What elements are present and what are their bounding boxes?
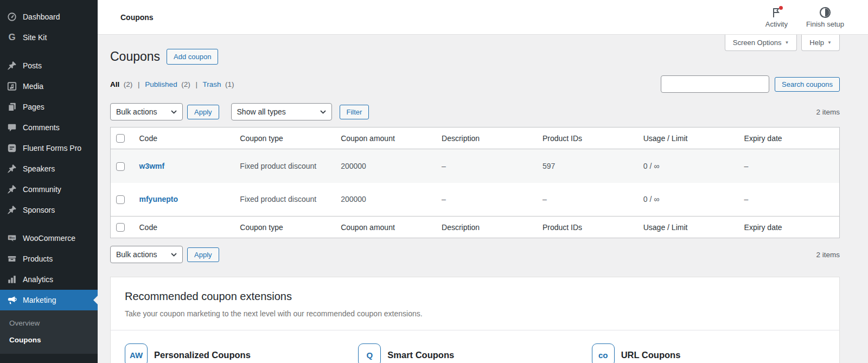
view-link-published[interactable]: Published [145,80,177,88]
sidebar-item-woocommerce[interactable]: Woo WooCommerce [0,228,98,249]
help-tab[interactable]: Help ▼ [801,35,840,51]
sidebar-item-fluent-forms-pro[interactable]: Fluent Forms Pro [0,138,98,158]
sidebar-item-pages[interactable]: Pages [0,97,98,117]
pin-icon [7,163,17,174]
main-area: Coupons Activity Finish setup [98,0,868,363]
pin-icon [7,60,17,71]
column-header-usage-limit: Usage / Limit [638,216,739,238]
add-coupon-button[interactable]: Add coupon [167,49,218,65]
search-coupons-button[interactable]: Search coupons [775,77,840,92]
submenu-item-overview[interactable]: Overview [0,315,98,332]
panel-subtitle: Take your coupon marketing to the next l… [125,309,825,318]
column-header-description: Description [436,128,537,149]
column-header-code: Code [134,128,235,149]
chevron-down-icon [171,253,177,257]
column-header-type: Coupon type [234,128,335,149]
sidebar-item-label: Site Kit [23,33,47,42]
sidebar-item-marketing[interactable]: Marketing [0,290,98,310]
sidebar-item-site-kit[interactable]: G Site Kit [0,27,98,48]
dashboard-icon [7,11,17,22]
apply-button[interactable]: Apply [187,105,219,119]
chevron-down-icon [171,110,177,114]
coupon-type-select[interactable]: Show all types [231,103,332,120]
page-content: Coupons Add coupon All (2) | Published (… [98,35,868,363]
items-count: 2 items [816,108,840,116]
submenu-item-coupons[interactable]: Coupons [0,332,98,348]
select-all-checkbox[interactable] [116,223,125,232]
view-link-all[interactable]: All [110,80,119,88]
sidebar-item-sponsors[interactable]: Sponsors [0,200,98,220]
sidebar-item-label: Fluent Forms Pro [23,144,81,152]
items-count: 2 items [816,251,840,259]
column-header-type: Coupon type [234,216,335,238]
sidebar-item-community[interactable]: Community [0,179,98,200]
coupon-code-link[interactable]: w3wmf [139,162,165,170]
extensions-row: AW Personalized Coupons Q Smart Coupons … [111,330,839,363]
comment-icon [7,122,17,133]
panel-title: Recommended coupon extensions [125,290,825,303]
marketing-submenu: Overview Coupons [0,310,98,354]
personalized-coupons-icon: AW [125,343,148,363]
woo-bubble-icon: Woo [7,233,17,244]
sidebar-item-media[interactable]: Media [0,76,98,97]
bulk-actions-select-bottom[interactable]: Bulk actions [110,246,183,263]
row-checkbox[interactable] [116,162,125,171]
sidebar-item-label: Media [23,82,43,91]
box-icon [7,253,17,264]
usage-limit-cell: 0 / ∞ [638,183,739,216]
menu-separator [0,220,98,228]
table-row: mfyunepto Fixed product discount 200000 … [111,183,840,216]
activity-button[interactable]: Activity [765,7,788,28]
column-header-product-ids: Product IDs [537,128,638,149]
search-input[interactable] [661,75,769,93]
sidebar-item-analytics[interactable]: Analytics [0,269,98,290]
select-all-checkbox[interactable] [116,134,125,143]
pin-icon [7,184,17,195]
finish-setup-label: Finish setup [806,20,844,28]
svg-text:Woo: Woo [9,237,15,239]
smart-coupons-icon: Q [358,343,381,363]
sidebar-item-dashboard[interactable]: Dashboard [0,7,98,27]
header-actions: Activity Finish setup [765,7,844,28]
column-header-expiry: Expiry date [739,216,840,238]
page-title: Coupons [110,49,160,64]
sidebar-item-speakers[interactable]: Speakers [0,158,98,179]
sidebar-item-label: Sponsors [23,206,55,214]
table-header-row: Code Coupon type Coupon amount Descripti… [111,128,840,149]
sidebar-item-label: Analytics [23,275,53,284]
sidebar-item-label: Products [23,254,53,263]
description-cell: – [436,149,537,183]
extension-personalized-coupons[interactable]: AW Personalized Coupons [125,343,358,363]
pages-icon [7,101,17,112]
screen-options-tab[interactable]: Screen Options ▼ [725,35,797,51]
google-g-icon: G [7,32,17,43]
sidebar-item-label: Dashboard [23,12,60,21]
sidebar-item-label: WooCommerce [23,234,75,243]
screen-meta-tabs: Screen Options ▼ Help ▼ [725,35,840,51]
form-icon [7,143,17,154]
bulk-actions-select[interactable]: Bulk actions [110,103,183,120]
sidebar-item-posts[interactable]: Posts [0,55,98,76]
recommended-extensions-panel: Recommended coupon extensions Take your … [110,277,840,363]
sidebar-item-comments[interactable]: Comments [0,117,98,138]
activity-label: Activity [765,20,788,28]
coupons-table: Code Coupon type Coupon amount Descripti… [110,127,840,238]
sidebar-item-label: Speakers [23,164,55,173]
column-header-usage-limit: Usage / Limit [638,128,739,149]
coupon-code-link[interactable]: mfyunepto [139,195,178,203]
coupon-amount-cell: 200000 [335,149,436,183]
filter-button[interactable]: Filter [340,105,369,119]
view-link-trash[interactable]: Trash [202,80,221,88]
sidebar-item-products[interactable]: Products [0,249,98,269]
column-header-expiry: Expiry date [739,128,840,149]
extension-url-coupons[interactable]: co URL Coupons [592,343,825,363]
extension-smart-coupons[interactable]: Q Smart Coupons [358,343,591,363]
row-checkbox[interactable] [116,195,125,204]
finish-setup-button[interactable]: Finish setup [806,7,844,28]
setup-progress-icon [819,7,831,18]
title-row: Coupons Add coupon [110,49,840,65]
coupon-type-cell: Fixed product discount [234,183,335,216]
column-header-amount: Coupon amount [335,128,436,149]
panel-header: Recommended coupon extensions Take your … [111,277,839,330]
apply-button-bottom[interactable]: Apply [187,247,219,262]
